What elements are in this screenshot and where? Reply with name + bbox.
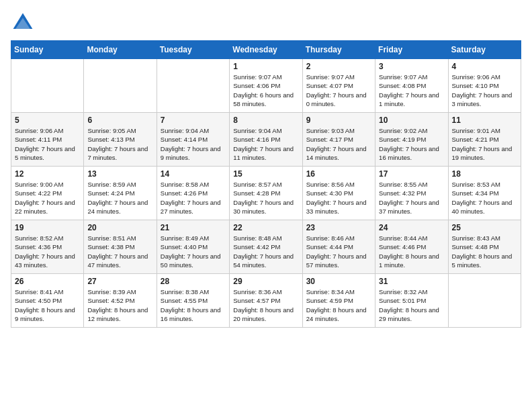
- calendar-cell: 2Sunrise: 9:07 AM Sunset: 4:07 PM Daylig…: [302, 59, 375, 113]
- calendar-cell: 23Sunrise: 8:46 AM Sunset: 4:44 PM Dayli…: [302, 220, 375, 274]
- cell-info: Sunrise: 8:53 AM Sunset: 4:34 PM Dayligh…: [452, 180, 517, 216]
- calendar-cell: [84, 59, 157, 113]
- cell-info: Sunrise: 8:57 AM Sunset: 4:28 PM Dayligh…: [233, 180, 298, 216]
- day-number: 1: [233, 62, 298, 71]
- cell-info: Sunrise: 8:43 AM Sunset: 4:48 PM Dayligh…: [452, 234, 517, 269]
- cell-info: Sunrise: 9:06 AM Sunset: 4:11 PM Dayligh…: [15, 126, 80, 162]
- header-row: SundayMondayTuesdayWednesdayThursdayFrid…: [11, 41, 521, 59]
- cell-info: Sunrise: 9:02 AM Sunset: 4:19 PM Dayligh…: [379, 126, 444, 162]
- calendar-cell: 14Sunrise: 8:58 AM Sunset: 4:26 PM Dayli…: [157, 167, 229, 220]
- day-number: 13: [87, 169, 152, 179]
- cell-info: Sunrise: 9:04 AM Sunset: 4:14 PM Dayligh…: [161, 126, 226, 162]
- calendar-cell: [11, 59, 84, 113]
- day-number: 6: [87, 116, 152, 125]
- header-cell-monday: Monday: [84, 41, 157, 59]
- calendar-cell: 21Sunrise: 8:49 AM Sunset: 4:40 PM Dayli…: [157, 220, 229, 274]
- calendar-cell: 19Sunrise: 8:52 AM Sunset: 4:36 PM Dayli…: [11, 220, 84, 274]
- cell-info: Sunrise: 8:58 AM Sunset: 4:26 PM Dayligh…: [161, 180, 226, 216]
- day-number: 9: [306, 116, 371, 125]
- calendar-cell: 18Sunrise: 8:53 AM Sunset: 4:34 PM Dayli…: [448, 167, 521, 220]
- calendar-table: SundayMondayTuesdayWednesdayThursdayFrid…: [11, 40, 521, 328]
- day-number: 24: [379, 223, 444, 232]
- day-number: 14: [161, 169, 226, 179]
- cell-info: Sunrise: 8:44 AM Sunset: 4:46 PM Dayligh…: [379, 234, 444, 269]
- calendar-cell: 17Sunrise: 8:55 AM Sunset: 4:32 PM Dayli…: [375, 167, 448, 220]
- week-row-1: 1Sunrise: 9:07 AM Sunset: 4:06 PM Daylig…: [11, 59, 521, 113]
- week-row-3: 12Sunrise: 9:00 AM Sunset: 4:22 PM Dayli…: [11, 167, 521, 220]
- logo: [11, 11, 38, 35]
- calendar-cell: 26Sunrise: 8:41 AM Sunset: 4:50 PM Dayli…: [11, 274, 84, 328]
- calendar-cell: 11Sunrise: 9:01 AM Sunset: 4:21 PM Dayli…: [448, 113, 521, 167]
- header-cell-sunday: Sunday: [11, 41, 84, 59]
- calendar-header: SundayMondayTuesdayWednesdayThursdayFrid…: [11, 41, 521, 59]
- calendar-cell: 7Sunrise: 9:04 AM Sunset: 4:14 PM Daylig…: [157, 113, 229, 167]
- calendar-body: 1Sunrise: 9:07 AM Sunset: 4:06 PM Daylig…: [11, 59, 521, 328]
- day-number: 15: [233, 169, 298, 179]
- calendar-cell: 15Sunrise: 8:57 AM Sunset: 4:28 PM Dayli…: [230, 167, 302, 220]
- cell-info: Sunrise: 8:32 AM Sunset: 5:01 PM Dayligh…: [379, 287, 444, 323]
- calendar-cell: 28Sunrise: 8:38 AM Sunset: 4:55 PM Dayli…: [157, 274, 229, 328]
- cell-info: Sunrise: 9:05 AM Sunset: 4:13 PM Dayligh…: [87, 126, 152, 162]
- calendar-cell: 24Sunrise: 8:44 AM Sunset: 4:46 PM Dayli…: [375, 220, 448, 274]
- cell-info: Sunrise: 9:00 AM Sunset: 4:22 PM Dayligh…: [15, 180, 80, 216]
- cell-info: Sunrise: 9:07 AM Sunset: 4:07 PM Dayligh…: [306, 73, 371, 108]
- day-number: 16: [306, 169, 371, 179]
- day-number: 11: [452, 116, 517, 125]
- calendar-cell: 1Sunrise: 9:07 AM Sunset: 4:06 PM Daylig…: [230, 59, 302, 113]
- cell-info: Sunrise: 8:46 AM Sunset: 4:44 PM Dayligh…: [306, 234, 371, 269]
- day-number: 26: [15, 277, 80, 286]
- day-number: 27: [87, 277, 152, 286]
- cell-info: Sunrise: 9:06 AM Sunset: 4:10 PM Dayligh…: [452, 73, 517, 108]
- cell-info: Sunrise: 8:55 AM Sunset: 4:32 PM Dayligh…: [379, 180, 444, 216]
- cell-info: Sunrise: 8:51 AM Sunset: 4:38 PM Dayligh…: [87, 234, 152, 269]
- day-number: 30: [306, 277, 371, 286]
- day-number: 23: [306, 223, 371, 232]
- calendar-cell: 29Sunrise: 8:36 AM Sunset: 4:57 PM Dayli…: [230, 274, 302, 328]
- header-cell-saturday: Saturday: [448, 41, 521, 59]
- logo-icon: [11, 11, 35, 35]
- header-cell-wednesday: Wednesday: [230, 41, 302, 59]
- calendar-cell: 4Sunrise: 9:06 AM Sunset: 4:10 PM Daylig…: [448, 59, 521, 113]
- calendar-cell: 16Sunrise: 8:56 AM Sunset: 4:30 PM Dayli…: [302, 167, 375, 220]
- cell-info: Sunrise: 8:59 AM Sunset: 4:24 PM Dayligh…: [87, 180, 152, 216]
- week-row-2: 5Sunrise: 9:06 AM Sunset: 4:11 PM Daylig…: [11, 113, 521, 167]
- header-cell-thursday: Thursday: [302, 41, 375, 59]
- day-number: 3: [379, 62, 444, 71]
- calendar-cell: 30Sunrise: 8:34 AM Sunset: 4:59 PM Dayli…: [302, 274, 375, 328]
- calendar-cell: 25Sunrise: 8:43 AM Sunset: 4:48 PM Dayli…: [448, 220, 521, 274]
- cell-info: Sunrise: 8:41 AM Sunset: 4:50 PM Dayligh…: [15, 287, 80, 323]
- calendar-cell: [448, 274, 521, 328]
- day-number: 12: [15, 169, 80, 179]
- page-header: [11, 11, 521, 35]
- cell-info: Sunrise: 8:34 AM Sunset: 4:59 PM Dayligh…: [306, 287, 371, 323]
- cell-info: Sunrise: 9:04 AM Sunset: 4:16 PM Dayligh…: [233, 126, 298, 162]
- day-number: 29: [233, 277, 298, 286]
- calendar-cell: 9Sunrise: 9:03 AM Sunset: 4:17 PM Daylig…: [302, 113, 375, 167]
- cell-info: Sunrise: 8:48 AM Sunset: 4:42 PM Dayligh…: [233, 234, 298, 269]
- day-number: 18: [452, 169, 517, 179]
- day-number: 20: [87, 223, 152, 232]
- calendar-cell: [157, 59, 229, 113]
- day-number: 19: [15, 223, 80, 232]
- calendar-cell: 6Sunrise: 9:05 AM Sunset: 4:13 PM Daylig…: [84, 113, 157, 167]
- day-number: 4: [452, 62, 517, 71]
- cell-info: Sunrise: 8:38 AM Sunset: 4:55 PM Dayligh…: [161, 287, 226, 323]
- calendar-cell: 3Sunrise: 9:07 AM Sunset: 4:08 PM Daylig…: [375, 59, 448, 113]
- calendar-cell: 5Sunrise: 9:06 AM Sunset: 4:11 PM Daylig…: [11, 113, 84, 167]
- week-row-5: 26Sunrise: 8:41 AM Sunset: 4:50 PM Dayli…: [11, 274, 521, 328]
- day-number: 28: [161, 277, 226, 286]
- day-number: 7: [161, 116, 226, 125]
- cell-info: Sunrise: 8:56 AM Sunset: 4:30 PM Dayligh…: [306, 180, 371, 216]
- cell-info: Sunrise: 9:07 AM Sunset: 4:06 PM Dayligh…: [233, 73, 298, 108]
- cell-info: Sunrise: 9:07 AM Sunset: 4:08 PM Dayligh…: [379, 73, 444, 108]
- cell-info: Sunrise: 8:36 AM Sunset: 4:57 PM Dayligh…: [233, 287, 298, 323]
- header-cell-tuesday: Tuesday: [157, 41, 229, 59]
- day-number: 10: [379, 116, 444, 125]
- calendar-cell: 12Sunrise: 9:00 AM Sunset: 4:22 PM Dayli…: [11, 167, 84, 220]
- day-number: 31: [379, 277, 444, 286]
- cell-info: Sunrise: 8:52 AM Sunset: 4:36 PM Dayligh…: [15, 234, 80, 269]
- calendar-cell: 8Sunrise: 9:04 AM Sunset: 4:16 PM Daylig…: [230, 113, 302, 167]
- calendar-cell: 22Sunrise: 8:48 AM Sunset: 4:42 PM Dayli…: [230, 220, 302, 274]
- cell-info: Sunrise: 9:03 AM Sunset: 4:17 PM Dayligh…: [306, 126, 371, 162]
- day-number: 8: [233, 116, 298, 125]
